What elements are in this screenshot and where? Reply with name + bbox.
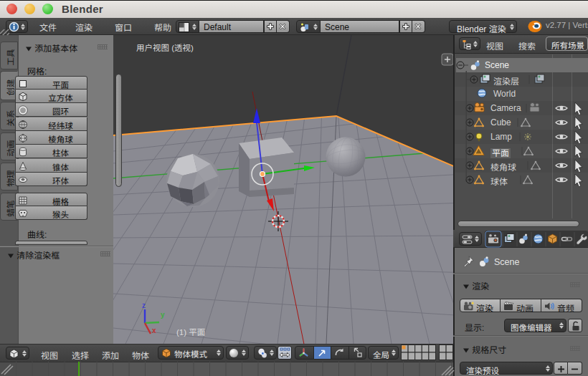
svg-text:(1) 平面: (1) 平面 — [176, 328, 205, 337]
svg-text:y: y — [161, 311, 165, 319]
svg-text:x: x — [152, 327, 156, 334]
svg-text:用户视图 (透视): 用户视图 (透视) — [136, 44, 194, 52]
svg-text:z: z — [142, 302, 146, 309]
